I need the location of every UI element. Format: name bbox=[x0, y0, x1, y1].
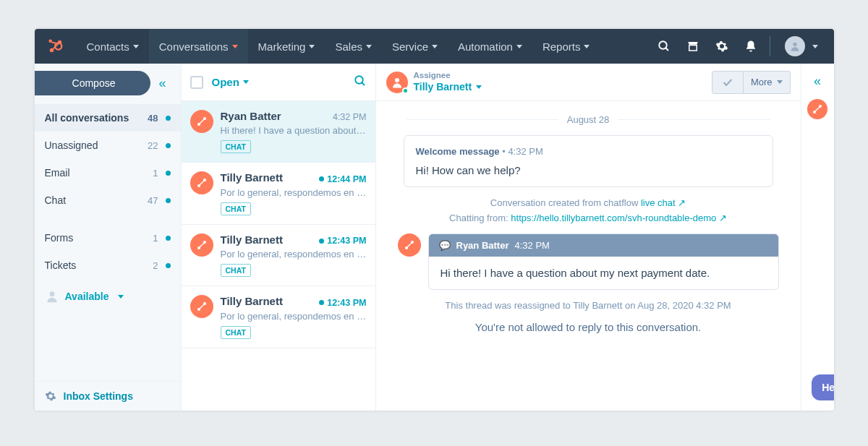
conversation-panel: Assignee Tilly Barnett More August 28 We… bbox=[376, 64, 801, 411]
chevron-down-icon bbox=[584, 45, 590, 48]
chatting-from: Chatting from: https://hello.tillybarnet… bbox=[398, 213, 779, 223]
nav-conversations[interactable]: Conversations bbox=[149, 29, 248, 64]
settings-icon[interactable] bbox=[707, 29, 736, 64]
availability-toggle[interactable]: Available bbox=[35, 280, 181, 312]
unread-dot bbox=[166, 198, 171, 203]
thread-preview: Por lo general, respondemos en u… bbox=[221, 311, 367, 322]
hubspot-badge-icon[interactable] bbox=[807, 99, 827, 119]
unread-dot bbox=[319, 239, 324, 244]
unread-dot bbox=[319, 176, 324, 181]
thread-avatar bbox=[190, 171, 213, 194]
folder-unassigned[interactable]: Unassigned22 bbox=[35, 132, 181, 159]
nav-utility bbox=[650, 29, 834, 64]
folder-email[interactable]: Email1 bbox=[35, 159, 181, 186]
nav-divider bbox=[770, 36, 770, 56]
thread-item[interactable]: Tilly Barnett12:43 PM Por lo general, re… bbox=[182, 225, 375, 287]
welcome-message-body: Hi! How can we help? bbox=[416, 164, 761, 176]
message-header: 💬Ryan Batter4:32 PM bbox=[429, 234, 778, 257]
chevron-down-icon bbox=[118, 295, 124, 299]
select-all-checkbox[interactable] bbox=[190, 76, 203, 89]
svg-line-7 bbox=[665, 48, 668, 51]
svg-point-9 bbox=[793, 43, 796, 46]
thread-item[interactable]: Tilly Barnett12:43 PM Por lo general, re… bbox=[182, 286, 375, 348]
inbox-sidebar: Compose « All conversations48 Unassigned… bbox=[35, 64, 181, 411]
reply-disabled-notice: You're not allowed to reply to this conv… bbox=[398, 321, 779, 333]
svg-point-10 bbox=[49, 291, 54, 296]
assignee-label: Assignee bbox=[414, 71, 482, 81]
conversation-body: August 28 Welcome message • 4:32 PM Hi! … bbox=[376, 101, 801, 411]
chatflow-link[interactable]: live chat ↗ bbox=[641, 197, 686, 208]
thread-preview: Hi there! I have a question about … bbox=[221, 125, 367, 136]
svg-line-24 bbox=[199, 304, 204, 309]
svg-line-31 bbox=[815, 107, 820, 112]
unread-dot bbox=[166, 116, 171, 121]
thread-item[interactable]: Ryan Batter4:32 PM Hi there! I have a qu… bbox=[182, 101, 375, 163]
avatar bbox=[785, 36, 805, 56]
channel-badge: CHAT bbox=[221, 140, 251, 153]
nav-marketing[interactable]: Marketing bbox=[248, 29, 326, 64]
chevron-down-icon bbox=[432, 45, 438, 48]
chat-icon: 💬 bbox=[439, 240, 451, 251]
chevron-down-icon bbox=[243, 80, 249, 84]
thread-time: 4:32 PM bbox=[333, 112, 367, 122]
channel-badge: CHAT bbox=[221, 326, 251, 339]
nav-items: Contacts Conversations Marketing Sales S… bbox=[77, 29, 600, 64]
assignee-dropdown[interactable]: Tilly Barnett bbox=[414, 81, 482, 93]
unread-dot bbox=[319, 300, 324, 305]
app-shell: Contacts Conversations Marketing Sales S… bbox=[35, 29, 834, 411]
unread-dot bbox=[166, 263, 171, 268]
inbox-settings-link[interactable]: Inbox Settings bbox=[35, 381, 181, 411]
folder-all-conversations[interactable]: All conversations48 bbox=[35, 104, 181, 132]
chatflow-origin: Conversation created from chatflow live … bbox=[398, 197, 779, 208]
assignee-avatar bbox=[386, 72, 408, 93]
message-content: Hi there! I have a question about my nex… bbox=[429, 257, 778, 289]
folder-forms[interactable]: Forms1 bbox=[35, 224, 181, 252]
search-threads-icon[interactable] bbox=[354, 74, 367, 90]
profile-menu[interactable] bbox=[775, 36, 828, 56]
folder-tickets[interactable]: Tickets2 bbox=[35, 252, 181, 279]
thread-name: Tilly Barnett bbox=[221, 295, 283, 307]
chevron-down-icon bbox=[777, 80, 783, 84]
svg-rect-8 bbox=[689, 46, 697, 51]
reassignment-notice: This thread was reassigned to Tilly Barn… bbox=[398, 300, 779, 311]
marketplace-icon[interactable] bbox=[678, 29, 707, 64]
hubspot-logo[interactable] bbox=[48, 38, 64, 54]
compose-button[interactable]: Compose bbox=[35, 71, 150, 95]
unread-dot bbox=[166, 143, 171, 148]
svg-line-15 bbox=[199, 119, 204, 124]
nav-automation[interactable]: Automation bbox=[448, 29, 532, 64]
open-filter-dropdown[interactable]: Open bbox=[212, 76, 249, 88]
expand-rail-button[interactable]: « bbox=[814, 74, 821, 89]
source-url-link[interactable]: https://hello.tillybarnett.com/svh-round… bbox=[511, 213, 727, 223]
svg-line-28 bbox=[407, 243, 412, 248]
more-actions-dropdown[interactable]: More bbox=[744, 71, 791, 94]
search-icon[interactable] bbox=[650, 29, 678, 64]
unread-dot bbox=[166, 236, 171, 241]
mark-done-button[interactable] bbox=[712, 71, 744, 94]
thread-item[interactable]: Tilly Barnett12:44 PM Por lo general, re… bbox=[182, 163, 375, 225]
gear-icon bbox=[45, 390, 56, 402]
collapse-sidebar-button[interactable]: « bbox=[150, 76, 175, 91]
date-divider: August 28 bbox=[398, 114, 779, 125]
welcome-message-card: Welcome message • 4:32 PM Hi! How can we… bbox=[404, 135, 773, 187]
conversation-header: Assignee Tilly Barnett More bbox=[376, 64, 801, 101]
thread-list-header: Open bbox=[182, 64, 375, 101]
folder-chat[interactable]: Chat47 bbox=[35, 186, 181, 214]
thread-time: 12:43 PM bbox=[319, 298, 366, 308]
help-button[interactable]: Help bbox=[812, 374, 833, 400]
nav-contacts[interactable]: Contacts bbox=[77, 29, 149, 64]
chevron-down-icon bbox=[812, 45, 818, 48]
thread-avatar bbox=[190, 233, 213, 257]
svg-point-11 bbox=[355, 76, 363, 84]
thread-avatar bbox=[190, 295, 213, 318]
nav-sales[interactable]: Sales bbox=[325, 29, 382, 64]
nav-service[interactable]: Service bbox=[382, 29, 448, 64]
thread-name: Tilly Barnett bbox=[221, 233, 283, 246]
nav-reports[interactable]: Reports bbox=[532, 29, 600, 64]
right-rail: « bbox=[801, 64, 834, 411]
chevron-down-icon bbox=[309, 45, 315, 48]
unread-dot bbox=[166, 171, 171, 176]
chevron-down-icon bbox=[516, 45, 522, 48]
notifications-icon[interactable] bbox=[736, 29, 765, 64]
message-row: 💬Ryan Batter4:32 PM Hi there! I have a q… bbox=[398, 233, 779, 290]
